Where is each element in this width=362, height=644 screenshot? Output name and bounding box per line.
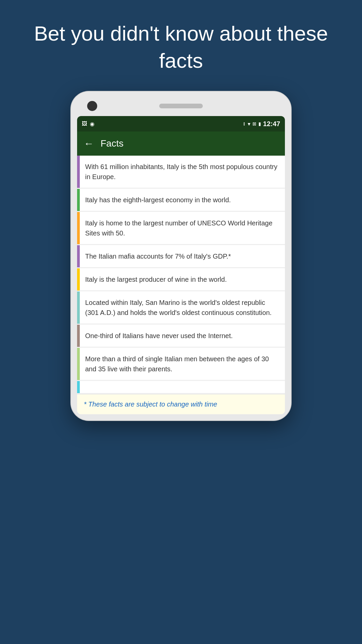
facts-list: With 61 million inhabitants, Italy is th… [77,156,285,414]
disclaimer-text: * These facts are subject to change with… [84,400,217,408]
fact-text-4: The Italian mafia accounts for 7% of Ita… [80,245,236,267]
camera-icon [87,101,97,111]
list-item: The Italian mafia accounts for 7% of Ita… [77,245,285,268]
fact-bar-8 [77,348,80,380]
fact-bar-1 [77,156,80,188]
brightness-icon: ◉ [90,121,95,127]
fact-text-8: More than a third of single Italian men … [80,348,285,380]
fact-bar-9 [77,381,80,393]
fact-text-9 [80,381,90,393]
list-item: With 61 million inhabitants, Italy is th… [77,156,285,188]
status-left-icons: 🖼 ◉ [82,121,95,127]
list-item: More than a third of single Italian men … [77,348,285,380]
list-item: Italy has the eighth-largest economy in … [77,189,285,211]
list-item [77,381,285,393]
fact-bar-3 [77,212,80,244]
list-item: Italy is home to the largest number of U… [77,212,285,245]
vibrate-icon: ⫾ [243,121,246,127]
status-right: ⫾ ▾ ⊠ ▮ 12:47 [243,120,280,128]
fact-text-1: With 61 million inhabitants, Italy is th… [80,156,285,188]
status-bar: 🖼 ◉ ⫾ ▾ ⊠ ▮ 12:47 [77,116,285,131]
disclaimer-box: * These facts are subject to change with… [77,394,285,414]
page-title: Bet you didn't know about these facts [0,0,362,91]
list-item: Italy is the largest producer of wine in… [77,268,285,291]
app-bar: ← Facts [77,131,285,156]
fact-text-6: Located within Italy, San Marino is the … [80,291,285,324]
fact-bar-2 [77,189,80,211]
fact-bar-7 [77,325,80,347]
fact-text-3: Italy is home to the largest number of U… [80,212,285,244]
status-time: 12:47 [263,120,280,128]
phone-mockup: 🖼 ◉ ⫾ ▾ ⊠ ▮ 12:47 ← Facts With 61 millio… [70,91,292,421]
nosim-icon: ⊠ [252,121,256,126]
app-bar-title: Facts [101,138,123,149]
list-item: One-third of Italians have never used th… [77,325,285,347]
fact-text-7: One-third of Italians have never used th… [80,325,238,347]
fact-text-2: Italy has the eighth-largest economy in … [80,189,236,211]
list-item: Located within Italy, San Marino is the … [77,291,285,324]
phone-top [77,98,285,116]
wifi-icon: ▾ [248,121,250,127]
photo-icon: 🖼 [82,121,87,127]
fact-bar-5 [77,268,80,290]
phone-screen: 🖼 ◉ ⫾ ▾ ⊠ ▮ 12:47 ← Facts With 61 millio… [77,116,285,414]
battery-icon: ▮ [258,121,261,126]
fact-bar-6 [77,291,80,324]
fact-text-5: Italy is the largest producer of wine in… [80,268,232,290]
fact-bar-4 [77,245,80,267]
speaker [159,104,203,108]
back-button[interactable]: ← [84,138,94,149]
